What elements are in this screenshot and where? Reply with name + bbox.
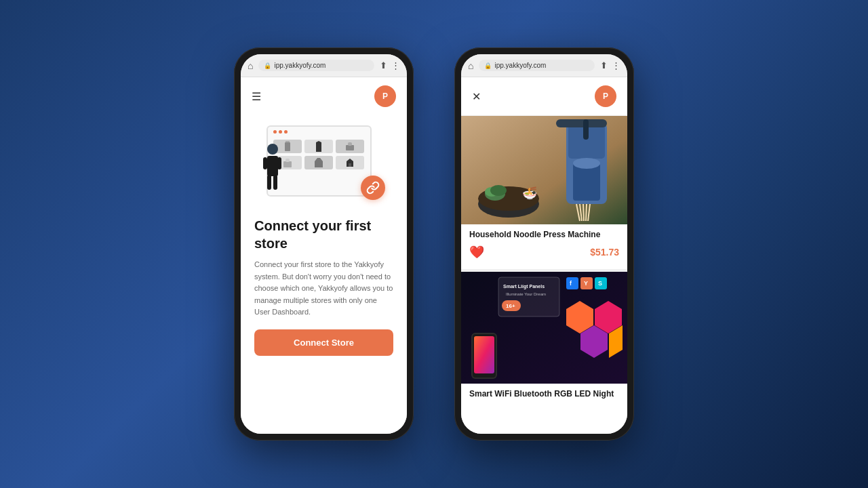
page-content-left: ☰ P bbox=[241, 77, 407, 434]
close-icon[interactable]: ✕ bbox=[472, 90, 481, 103]
product-actions-1: ❤️ $51.73 bbox=[461, 242, 627, 268]
right-phone: ⌂ 🔒 ipp.yakkyofy.com ⬆ ⋮ ✕ P bbox=[454, 47, 634, 441]
connect-description: Connect your first store to the Yakkyofy… bbox=[254, 259, 393, 319]
svg-point-29 bbox=[490, 185, 507, 196]
browser-actions-left: ⬆ ⋮ bbox=[380, 60, 400, 70]
share-icon-right[interactable]: ⬆ bbox=[600, 60, 608, 70]
url-text-left: ipp.yakkyofy.com bbox=[274, 62, 326, 69]
more-icon-left[interactable]: ⋮ bbox=[391, 60, 400, 70]
avatar-left[interactable]: P bbox=[374, 85, 396, 107]
connect-text-area: Connect your first store Connect your fi… bbox=[241, 217, 407, 367]
svg-rect-5 bbox=[277, 157, 281, 169]
hamburger-menu-icon[interactable]: ☰ bbox=[252, 90, 261, 103]
svg-rect-3 bbox=[273, 175, 277, 190]
svg-rect-8 bbox=[346, 145, 354, 150]
svg-rect-37 bbox=[566, 277, 578, 289]
left-phone: ⌂ 🔒 ipp.yakkyofy.com ⬆ ⋮ ☰ P bbox=[234, 47, 414, 441]
url-bar-left[interactable]: 🔒 ipp.yakkyofy.com bbox=[258, 60, 374, 71]
product-card-1: 🍜 Household Noodle Press Machine ❤️ $51.… bbox=[461, 116, 627, 268]
svg-rect-6 bbox=[285, 141, 290, 142]
svg-text:Illuminate Your Dream: Illuminate Your Dream bbox=[506, 292, 546, 296]
svg-line-22 bbox=[583, 204, 584, 221]
svg-rect-1 bbox=[267, 156, 278, 176]
svg-rect-18 bbox=[556, 119, 607, 127]
svg-line-23 bbox=[586, 204, 587, 221]
illustration-area bbox=[241, 115, 407, 217]
svg-rect-10 bbox=[283, 161, 292, 167]
home-icon-left[interactable]: ⌂ bbox=[248, 60, 253, 71]
avatar-right[interactable]: P bbox=[595, 85, 616, 107]
browser-bar-right: ⌂ 🔒 ipp.yakkyofy.com ⬆ ⋮ bbox=[461, 54, 627, 77]
svg-text:Y: Y bbox=[584, 280, 588, 287]
svg-rect-11 bbox=[285, 159, 290, 162]
svg-text:16+: 16+ bbox=[506, 303, 515, 309]
product-name-2: Smart WiFi Bluetooth RGB LED Night bbox=[461, 384, 627, 401]
svg-rect-9 bbox=[348, 142, 352, 146]
svg-rect-7 bbox=[285, 142, 290, 151]
svg-text:Smart Liígt Panels: Smart Liígt Panels bbox=[503, 284, 545, 289]
svg-text:S: S bbox=[598, 280, 602, 287]
illustration-box bbox=[263, 122, 385, 203]
product-image-2: Smart Liígt Panels Illuminate Your Dream… bbox=[461, 272, 627, 384]
product-name-1: Household Noodle Press Machine bbox=[461, 224, 627, 242]
svg-rect-2 bbox=[267, 175, 271, 190]
connect-store-button[interactable]: Connect Store bbox=[254, 329, 393, 356]
person-illustration bbox=[262, 142, 283, 200]
svg-rect-50 bbox=[474, 336, 494, 373]
product-card-2: Smart Liígt Panels Illuminate Your Dream… bbox=[461, 269, 627, 401]
page-content-right: ✕ P bbox=[461, 77, 627, 434]
product-image-1: 🍜 bbox=[461, 116, 627, 224]
page-header-left: ☰ P bbox=[241, 77, 407, 115]
browser-actions-right: ⬆ ⋮ bbox=[600, 60, 620, 70]
svg-rect-4 bbox=[263, 157, 267, 169]
product-price-1[interactable]: $51.73 bbox=[590, 247, 619, 258]
connect-title: Connect your first store bbox=[254, 217, 393, 252]
home-icon-right[interactable]: ⌂ bbox=[468, 60, 473, 71]
url-bar-right[interactable]: 🔒 ipp.yakkyofy.com bbox=[479, 60, 595, 71]
heart-icon-1[interactable]: ❤️ bbox=[469, 245, 484, 260]
svg-rect-12 bbox=[349, 163, 351, 167]
svg-text:🍜: 🍜 bbox=[522, 186, 538, 201]
connect-badge[interactable] bbox=[361, 176, 385, 200]
browser-bar-left: ⌂ 🔒 ipp.yakkyofy.com ⬆ ⋮ bbox=[241, 54, 407, 77]
lock-icon-right: 🔒 bbox=[484, 62, 492, 69]
svg-point-17 bbox=[573, 158, 600, 169]
svg-point-0 bbox=[267, 144, 278, 155]
page-header-right: ✕ P bbox=[461, 77, 627, 116]
lock-icon-left: 🔒 bbox=[264, 62, 271, 69]
svg-rect-19 bbox=[583, 119, 589, 140]
share-icon-left[interactable]: ⬆ bbox=[380, 60, 387, 70]
svg-rect-16 bbox=[573, 163, 600, 201]
more-icon-right[interactable]: ⋮ bbox=[612, 60, 620, 70]
url-text-right: ipp.yakkyofy.com bbox=[494, 62, 546, 69]
